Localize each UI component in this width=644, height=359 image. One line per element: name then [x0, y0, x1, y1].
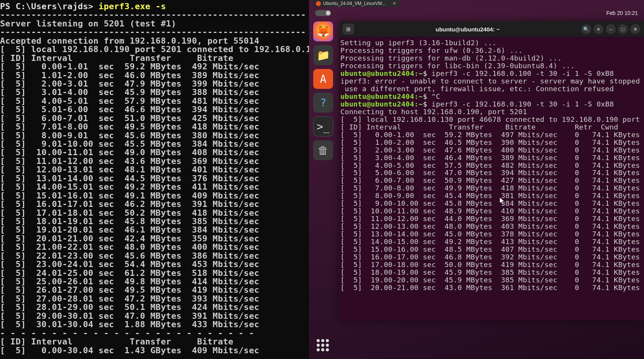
help-icon[interactable]: ? [313, 93, 333, 113]
activities-pill[interactable] [315, 10, 331, 16]
terminal-titlebar: ⊞ ubuntu@ubuntu2404: ~ 🔍 ≡ – □ ✕ [339, 21, 644, 37]
vm-tab[interactable]: Ubuntu_24.04_VM_LinuxVM... ✕ [313, 0, 399, 7]
close-window-icon[interactable]: ✕ [630, 24, 640, 34]
vm-tab-label: Ubuntu_24.04_VM_LinuxVM... [323, 1, 386, 6]
ubuntu-desktop: Ubuntu_24.04_VM_LinuxVM... ✕ Feb 20 10:2… [309, 0, 644, 359]
dock: 🦊 📁 A ? >_ 🗑 [311, 21, 335, 160]
files-icon[interactable]: 📁 [313, 45, 333, 65]
terminal-icon[interactable]: >_ [313, 116, 333, 136]
ubuntu-icon [316, 1, 321, 6]
close-icon[interactable]: ✕ [392, 1, 396, 6]
maximize-icon[interactable]: □ [618, 24, 628, 34]
powershell-terminal[interactable]: PS C:\Users\rajds> iperf3.exe -s -------… [0, 0, 309, 359]
search-icon[interactable]: 🔍 [581, 24, 591, 34]
gnome-top-bar: Feb 20 10:21 [309, 8, 644, 18]
minimize-icon[interactable]: – [606, 24, 616, 34]
gnome-terminal-window: ⊞ ubuntu@ubuntu2404: ~ 🔍 ≡ – □ ✕ Setting… [339, 21, 644, 320]
firefox-icon[interactable]: 🦊 [313, 21, 333, 41]
terminal-title: ubuntu@ubuntu2404: ~ [357, 26, 578, 33]
hamburger-icon[interactable]: ≡ [593, 24, 603, 34]
software-store-icon[interactable]: A [313, 69, 333, 89]
trash-icon[interactable]: 🗑 [313, 140, 333, 160]
terminal-content[interactable]: Setting up iperf3 (3.16-1build2) ... Pro… [339, 37, 644, 320]
new-tab-button[interactable]: ⊞ [343, 24, 354, 34]
clock-label[interactable]: Feb 20 10:21 [606, 10, 638, 16]
show-apps-button[interactable] [314, 337, 331, 354]
